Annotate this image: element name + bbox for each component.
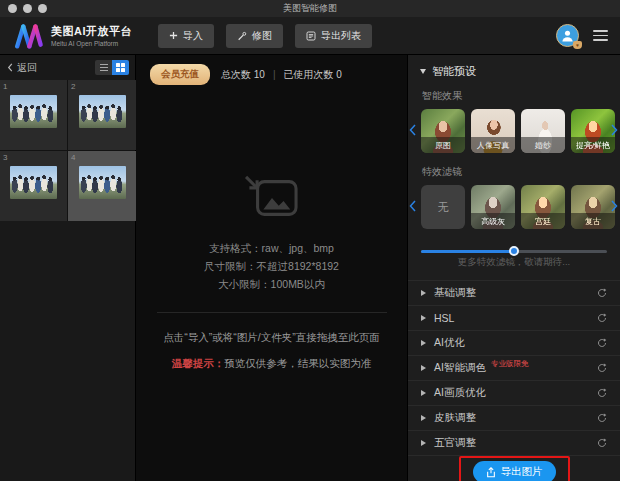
section-label: 五官调整 [434,436,476,450]
carousel-prev-icon[interactable] [409,198,417,214]
export-list-button[interactable]: 导出列表 [295,24,372,48]
reset-icon[interactable] [597,363,607,373]
thumbnail-photo [10,95,57,128]
export-list-button-label: 导出列表 [321,29,361,43]
right-panel: 智能预设 智能效果 原图 人像写真 婚纱 提亮/鲜艳 [407,55,620,481]
usage-used-label: 已使用次数 [284,69,334,80]
hint-format: 支持格式：raw、jpg、bmp [136,239,407,257]
section-ai-smart-color[interactable]: AI智能调色 专业版限免 [408,356,620,381]
section-label: 基础调整 [434,286,476,300]
view-toggle [95,60,129,75]
annotation-highlight: 导出图片 [459,456,570,481]
filter-tile-palace[interactable]: 宫廷 [521,185,565,229]
usage-used-value: 0 [336,69,342,80]
hint-size-limit: 尺寸限制：不超过8192*8192 [136,257,407,275]
carousel-next-icon[interactable] [611,122,619,138]
thumbnail-photo [10,166,57,199]
thumbnail-photo [79,166,126,199]
filter-label: 高级灰 [471,213,515,229]
thumbnail-photo [79,95,126,128]
expand-triangle-icon [421,390,426,396]
left-panel: 返回 1 2 [0,55,136,481]
section-ai-quality[interactable]: AI画质优化 [408,381,620,406]
usage-separator: | [273,69,276,80]
thumbnail-item-1[interactable]: 1 [0,80,67,150]
thumbnail-grid: 1 2 3 4 [0,80,135,221]
thumbnail-index: 4 [68,151,136,162]
section-hsl[interactable]: HSL [408,306,620,331]
filter-tile-advanced-grey[interactable]: 高级灰 [471,185,515,229]
export-image-button[interactable]: 导出图片 [473,461,556,481]
center-panel[interactable]: 会员充值 总次数 10 | 已使用次数 0 [136,55,407,481]
edit-button-label: 修图 [252,29,272,43]
section-label: AI优化 [434,336,465,350]
effect-tile-brighten[interactable]: 提亮/鲜艳 [571,109,615,153]
filter-label: 宫廷 [521,213,565,229]
reset-icon[interactable] [597,388,607,398]
effect-label: 人像写真 [471,137,515,153]
import-button[interactable]: 导入 [158,24,214,48]
smart-preset-section-header[interactable]: 智能预设 [408,55,620,84]
smart-preset-label: 智能预设 [432,64,476,79]
reset-icon[interactable] [597,288,607,298]
section-basic-adjust[interactable]: 基础调整 [408,281,620,306]
list-view-button[interactable] [95,60,112,75]
carousel-next-icon[interactable] [611,198,619,214]
magic-wand-icon [237,31,247,41]
hamburger-menu-icon[interactable] [593,30,608,41]
section-skin-adjust[interactable]: 皮肤调整 [408,406,620,431]
drop-zone[interactable]: 支持格式：raw、jpg、bmp 尺寸限制：不超过8192*8192 大小限制：… [136,173,407,371]
reset-icon[interactable] [597,413,607,423]
expand-triangle-icon [421,415,426,421]
expand-triangle-icon [421,315,426,321]
effect-tile-portrait[interactable]: 人像写真 [471,109,515,153]
section-label: 皮肤调整 [434,411,476,425]
minimize-window-icon[interactable] [23,4,32,13]
left-panel-header: 返回 [0,55,135,80]
usage-total-label: 总次数 [221,69,251,80]
notice-body: 预览仅供参考，结果以实图为准 [224,357,371,369]
export-icon [486,467,496,478]
thumbnail-index: 1 [0,80,67,91]
export-list-icon [306,31,316,41]
usage-used: 已使用次数 0 [284,68,342,82]
header-buttons: 导入 修图 导出列表 [158,24,372,48]
filters-label: 特效滤镜 [408,160,620,185]
filters-carousel: 无 高级灰 宫廷 复古 [408,185,620,229]
slider-fill [421,250,514,253]
adjustment-accordion: 基础调整 HSL AI优化 [408,280,620,456]
user-avatar[interactable]: ♥ [556,24,579,47]
reset-icon[interactable] [597,438,607,448]
collapse-triangle-icon [420,69,426,74]
brand-subtitle: Meitu AI Open Platform [51,40,132,47]
filter-tile-vintage[interactable]: 复古 [571,185,615,229]
member-recharge-button[interactable]: 会员充值 [150,64,210,85]
reset-icon[interactable] [597,313,607,323]
usage-total: 总次数 10 [221,68,265,82]
effect-tile-wedding[interactable]: 婚纱 [521,109,565,153]
effect-label: 原图 [421,137,465,153]
grid-view-button[interactable] [112,60,129,75]
section-facial-features[interactable]: 五官调整 [408,431,620,456]
vip-badge-icon: ♥ [573,41,582,49]
thumbnail-item-4-selected[interactable]: 4 [68,151,136,221]
titlebar: 美图智能修图 [0,0,620,17]
filter-tile-none[interactable]: 无 [421,185,465,229]
effect-tile-original[interactable]: 原图 [421,109,465,153]
slider-thumb[interactable] [509,246,519,256]
notice-label: 温馨提示： [172,357,225,369]
app-header: 美图AI开放平台 Meitu AI Open Platform 导入 修图 [0,17,620,55]
usage-total-value: 10 [254,69,265,80]
thumbnail-item-3[interactable]: 3 [0,151,67,221]
maximize-window-icon[interactable] [38,4,47,13]
center-top-bar: 会员充值 总次数 10 | 已使用次数 0 [136,55,407,85]
thumbnail-item-2[interactable]: 2 [68,80,136,150]
back-button[interactable]: 返回 [7,61,37,75]
edit-button[interactable]: 修图 [226,24,283,48]
close-window-icon[interactable] [8,4,17,13]
section-ai-optimize[interactable]: AI优化 [408,331,620,356]
reset-icon[interactable] [597,338,607,348]
carousel-prev-icon[interactable] [409,122,417,138]
filter-label: 无 [438,200,449,215]
effect-label: 提亮/鲜艳 [571,137,615,153]
